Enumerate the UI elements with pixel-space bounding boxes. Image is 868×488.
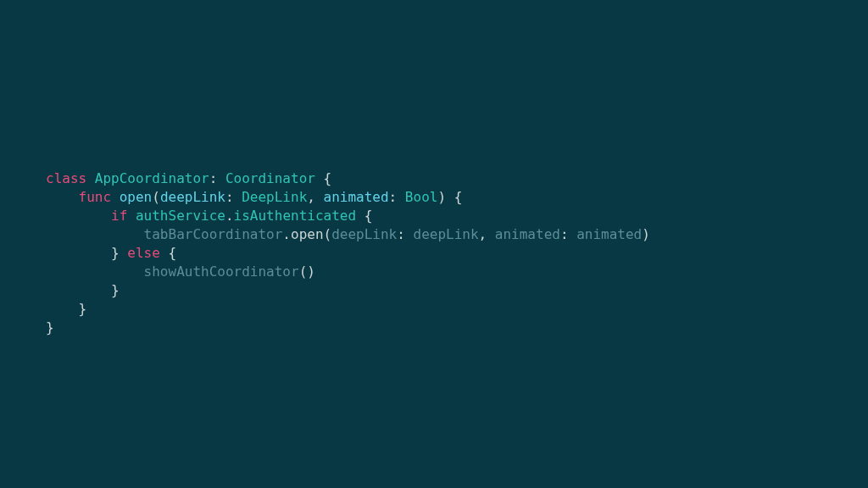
arglabel-deeplink: deepLink (331, 226, 397, 242)
param-animated: animated (324, 189, 389, 205)
type-bool: Bool (405, 189, 438, 205)
brace-open: { (315, 170, 331, 186)
indent (46, 208, 111, 224)
brace-close: } (79, 301, 87, 317)
paren-close-brace: ) { (437, 189, 462, 205)
space (127, 208, 136, 224)
brace-open: { (356, 208, 372, 224)
indent (46, 282, 111, 298)
brace-close: } (46, 319, 54, 336)
brace-close: } (111, 282, 120, 298)
brace-close: } (111, 245, 120, 261)
identifier-authservice: authService (136, 208, 225, 224)
type-appcoordinator: AppCoordinator (95, 170, 209, 186)
keyword-if: if (111, 208, 127, 224)
identifier-tabbarcoordinator: tabBarCoordinator (144, 226, 283, 242)
brace-open: { (160, 245, 176, 261)
comma: , (307, 189, 323, 205)
arg-animated: animated (576, 226, 642, 242)
param-deeplink: deepLink (160, 189, 225, 205)
code-block: class AppCoordinator: Coordinator { func… (46, 169, 650, 337)
keyword-else: else (127, 245, 160, 261)
indent (46, 226, 144, 242)
space (86, 170, 95, 186)
space (120, 245, 128, 261)
colon: : (225, 189, 242, 205)
arglabel-animated: animated (495, 226, 560, 242)
colon: : (560, 226, 576, 242)
type-deeplink: DeepLink (242, 189, 307, 205)
keyword-func: func (79, 189, 112, 205)
identifier-isauthenticated: isAuthenticated (234, 208, 357, 224)
type-coordinator: Coordinator (225, 170, 315, 186)
arg-deeplink: deepLink (414, 226, 479, 242)
space (111, 189, 120, 205)
func-showauthcoordinator: showAuthCoordinator (144, 263, 299, 280)
paren-open: ( (152, 189, 160, 205)
indent (46, 245, 111, 261)
indent (46, 263, 144, 280)
func-open: open (120, 189, 153, 205)
keyword-class: class (46, 170, 86, 186)
paren-open: ( (324, 226, 332, 242)
dot: . (225, 208, 234, 224)
colon: : (209, 170, 225, 186)
paren-close: ) (642, 226, 650, 242)
dot: . (282, 226, 291, 242)
comma: , (479, 226, 495, 242)
func-open-call: open (291, 226, 324, 242)
colon: : (397, 226, 413, 242)
parens: () (299, 263, 315, 280)
indent (46, 189, 79, 205)
indent (46, 301, 79, 317)
colon: : (389, 189, 405, 205)
